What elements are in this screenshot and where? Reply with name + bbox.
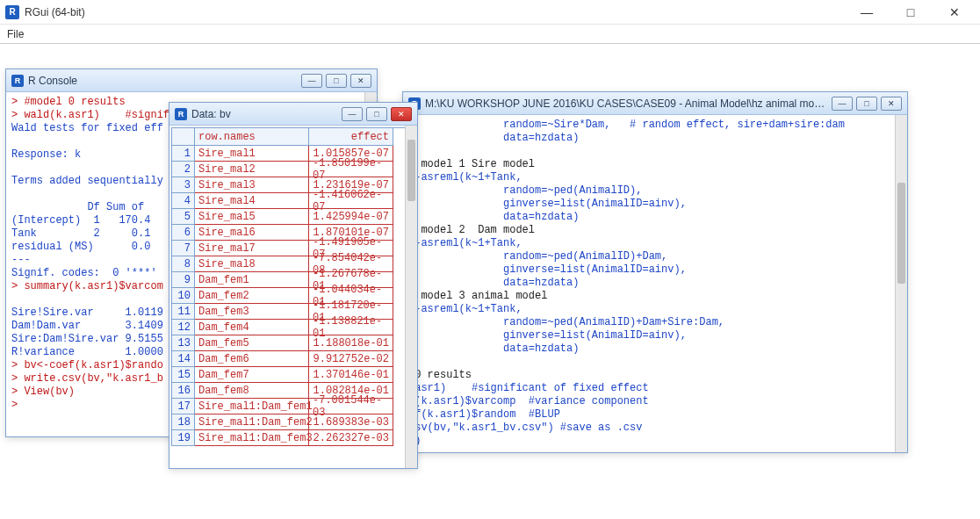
editor-body[interactable]: random=~Sire*Dam, # random effect, sire+… — [403, 115, 907, 452]
table-row[interactable]: 17Sire_mal1:Dam_fem1-7.001544e-03 — [172, 399, 415, 414]
dataview-scrollbar[interactable] — [405, 126, 417, 468]
cell-rownames[interactable]: Dam_fem2 — [195, 288, 309, 304]
cell-effect[interactable]: 1.370146e-01 — [309, 367, 393, 383]
cell-effect[interactable]: 1.188018e-01 — [309, 335, 393, 351]
editor-line: l model 2 Dam model — [408, 224, 535, 236]
dataview-title: Data: bv — [191, 108, 336, 120]
editor-line: l model 1 Sire model — [408, 158, 535, 170]
table-row[interactable]: 15Dam_fem71.370146e-01 — [172, 367, 415, 383]
editor-line: csv(bv,"k.asr1_bv.csv") #save as .csv — [408, 422, 642, 434]
cell-rownames[interactable]: Sire_mal5 — [195, 209, 309, 225]
cell-rownames[interactable]: Sire_mal1:Dam_fem3 — [195, 430, 309, 446]
r-child-icon: R — [175, 108, 187, 120]
cell-rownames[interactable]: Sire_mal6 — [195, 225, 309, 241]
row-index: 14 — [172, 351, 195, 367]
cell-rownames[interactable]: Sire_mal1:Dam_fem2 — [195, 414, 309, 430]
dataview-body: row.nameseffect1Sire_mal11.015857e-072Si… — [169, 126, 417, 468]
editor-maximize-button[interactable]: □ — [856, 97, 877, 111]
console-titlebar[interactable]: R R Console — □ ✕ — [6, 69, 377, 92]
editor-title: M:\KU WORKSHOP JUNE 2016\KU CASES\CASE09… — [425, 97, 826, 110]
editor-line: <-asreml(k~1+Tank, — [408, 303, 522, 315]
editor-line: data=hzdata) — [408, 277, 579, 289]
editor-line: ef(k.asr1)$random #BLUP — [408, 408, 560, 421]
row-index: 11 — [172, 304, 195, 320]
console-close-button[interactable]: ✕ — [350, 74, 371, 88]
cell-effect[interactable]: 1.425994e-07 — [309, 209, 393, 225]
console-line: > #model 0 results — [11, 96, 126, 108]
dataview-titlebar[interactable]: R Data: bv — □ ✕ — [169, 103, 417, 126]
console-minimize-button[interactable]: — — [301, 74, 322, 88]
cell-rownames[interactable]: Dam_fem6 — [195, 351, 309, 367]
maximize-button[interactable]: □ — [897, 5, 924, 19]
row-index: 18 — [172, 414, 195, 430]
table-row[interactable]: 2Sire_mal2-1.850199e-07 — [172, 162, 415, 177]
cell-effect[interactable]: 9.912752e-02 — [309, 351, 393, 367]
cell-effect[interactable]: 2.262327e-03 — [309, 430, 393, 446]
console-line: Sire:Dam!Sire.var 9.5155 — [11, 333, 163, 345]
dataview-window[interactable]: R Data: bv — □ ✕ row.nameseffect1Sire_ma… — [169, 102, 418, 469]
table-row[interactable]: 13Dam_fem51.188018e-01 — [172, 335, 415, 351]
editor-line: data=hzdata) — [408, 342, 579, 355]
cell-effect[interactable]: -1.850199e-07 — [309, 162, 393, 177]
editor-line: <-asreml(k~1+Tank, — [408, 171, 522, 184]
cell-rownames[interactable]: Dam_fem7 — [195, 367, 309, 383]
cell-effect[interactable]: 1.689383e-03 — [309, 414, 393, 430]
table-row[interactable]: 19Sire_mal1:Dam_fem32.262327e-03 — [172, 430, 415, 446]
editor-window[interactable]: R M:\KU WORKSHOP JUNE 2016\KU CASES\CASE… — [402, 91, 908, 453]
cell-rownames[interactable]: Dam_fem5 — [195, 335, 309, 351]
row-index: 19 — [172, 430, 195, 446]
cell-effect[interactable]: -7.001544e-03 — [309, 399, 393, 414]
console-line: R!variance 1.0000 — [11, 346, 163, 358]
table-row[interactable]: 5Sire_mal51.425994e-07 — [172, 209, 415, 225]
r-child-icon: R — [11, 75, 24, 87]
table-row[interactable]: 14Dam_fem69.912752e-02 — [172, 351, 415, 367]
cell-rownames[interactable]: Sire_mal1 — [195, 146, 309, 162]
data-grid[interactable]: row.nameseffect1Sire_mal11.015857e-072Si… — [171, 127, 415, 446]
console-maximize-button[interactable]: □ — [326, 74, 347, 88]
console-line: Tank 2 0.1 — [11, 227, 150, 240]
editor-scrollbar[interactable] — [895, 115, 907, 452]
cell-effect[interactable]: -1.138821e-01 — [309, 320, 393, 335]
column-header[interactable]: row.names — [195, 128, 309, 146]
cell-rownames[interactable]: Sire_mal7 — [195, 241, 309, 256]
cell-rownames[interactable]: Sire_mal8 — [195, 256, 309, 272]
editor-line: random=~ped(AnimalID)+Dam+Sire:Dam, — [408, 316, 724, 328]
r-app-icon: R — [5, 5, 19, 19]
row-index: 5 — [172, 209, 195, 225]
console-line: residual (MS) 0.0 — [11, 241, 150, 253]
editor-line: random=~ped(AnimalID), — [408, 184, 642, 197]
cell-rownames[interactable]: Sire_mal4 — [195, 193, 309, 209]
cell-rownames[interactable]: Sire_mal1:Dam_fem1 — [195, 399, 309, 414]
cell-rownames[interactable]: Dam_fem8 — [195, 383, 309, 399]
cell-rownames[interactable]: Dam_fem3 — [195, 304, 309, 320]
cell-effect[interactable]: -1.416062e-07 — [309, 193, 393, 209]
console-title: R Console — [28, 75, 296, 87]
table-row[interactable]: 12Dam_fem4-1.138821e-01 — [172, 320, 415, 335]
editor-line: random=~Sire*Dam, # random effect, sire+… — [408, 119, 845, 131]
column-header[interactable]: effect — [309, 128, 393, 146]
table-row[interactable]: 18Sire_mal1:Dam_fem21.689383e-03 — [172, 414, 415, 430]
dataview-close-button[interactable]: ✕ — [391, 107, 412, 121]
cell-rownames[interactable]: Sire_mal3 — [195, 177, 309, 193]
minimize-button[interactable]: — — [854, 5, 880, 19]
row-index: 16 — [172, 383, 195, 399]
editor-close-button[interactable]: ✕ — [881, 97, 902, 111]
row-index: 10 — [172, 288, 195, 304]
close-button[interactable]: ✕ — [941, 5, 968, 19]
dataview-maximize-button[interactable]: □ — [366, 107, 387, 121]
dataview-minimize-button[interactable]: — — [342, 107, 363, 121]
menu-file[interactable]: File — [7, 28, 24, 40]
table-row[interactable]: 4Sire_mal4-1.416062e-07 — [172, 193, 415, 209]
editor-titlebar[interactable]: R M:\KU WORKSHOP JUNE 2016\KU CASES\CASE… — [403, 92, 907, 115]
cell-rownames[interactable]: Dam_fem1 — [195, 272, 309, 288]
console-line: > write.csv(bv,"k.asr1_b — [11, 372, 163, 385]
cell-rownames[interactable]: Dam_fem4 — [195, 320, 309, 335]
cell-rownames[interactable]: Sire_mal2 — [195, 162, 309, 177]
editor-minimize-button[interactable]: — — [832, 97, 853, 111]
console-line: Df Sum of — [11, 201, 150, 213]
row-index: 17 — [172, 399, 195, 414]
editor-line: random=~ped(AnimalID)+Dam, — [408, 250, 667, 263]
editor-line: y(k.asr1)$varcomp #variance component — [408, 395, 649, 407]
row-index: 4 — [172, 193, 195, 209]
editor-line: ginverse=list(AnimalID=ainv), — [408, 263, 687, 276]
